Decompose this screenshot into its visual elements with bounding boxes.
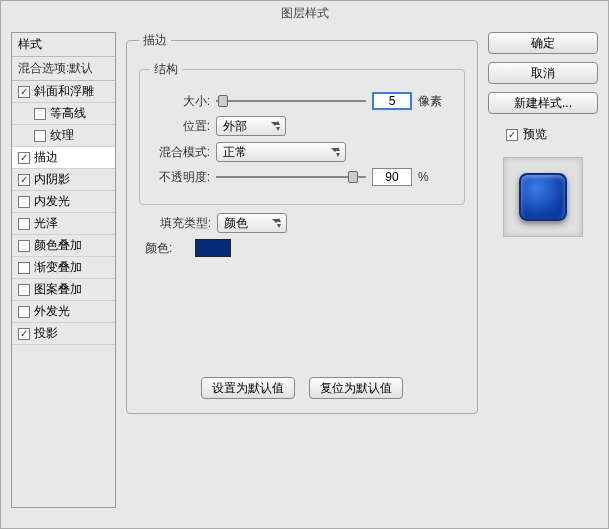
label: 斜面和浮雕 xyxy=(34,83,94,100)
checkbox-contour[interactable] xyxy=(34,108,46,120)
style-item-bevel[interactable]: 斜面和浮雕 xyxy=(12,81,115,103)
checkbox-stroke[interactable] xyxy=(18,152,30,164)
styles-panel: 样式 混合选项:默认 斜面和浮雕 等高线 纹理 描边 内阴影 xyxy=(11,32,116,508)
label: 颜色叠加 xyxy=(34,237,82,254)
color-label: 颜色: xyxy=(145,240,189,257)
color-swatch[interactable] xyxy=(195,239,231,257)
checkbox-texture[interactable] xyxy=(34,130,46,142)
structure-legend: 结构 xyxy=(150,61,182,78)
label: 内发光 xyxy=(34,193,70,210)
main-panel: 描边 结构 大小: 像素 位置: xyxy=(126,32,478,508)
opacity-unit: % xyxy=(418,170,429,184)
label: 渐变叠加 xyxy=(34,259,82,276)
position-value: 外部 xyxy=(223,118,247,135)
checkbox-pattern-overlay[interactable] xyxy=(18,284,30,296)
checkbox-satin[interactable] xyxy=(18,218,30,230)
opacity-slider[interactable] xyxy=(216,170,366,184)
label: 光泽 xyxy=(34,215,58,232)
cancel-button[interactable]: 取消 xyxy=(488,62,598,84)
styles-header: 样式 xyxy=(12,33,115,57)
checkbox-gradient-overlay[interactable] xyxy=(18,262,30,274)
blend-options-header: 混合选项:默认 xyxy=(12,57,115,81)
style-item-contour[interactable]: 等高线 xyxy=(12,103,115,125)
new-style-button[interactable]: 新建样式... xyxy=(488,92,598,114)
dialog-title: 图层样式 xyxy=(1,1,608,26)
ok-button[interactable]: 确定 xyxy=(488,32,598,54)
style-item-texture[interactable]: 纹理 xyxy=(12,125,115,147)
size-label: 大小: xyxy=(150,93,210,110)
preview-checkbox[interactable] xyxy=(506,129,518,141)
position-select[interactable]: 外部 ▴▾ xyxy=(216,116,286,136)
blend-mode-select[interactable]: 正常 ▴▾ xyxy=(216,142,346,162)
label: 图案叠加 xyxy=(34,281,82,298)
label: 外发光 xyxy=(34,303,70,320)
style-item-inner-glow[interactable]: 内发光 xyxy=(12,191,115,213)
checkbox-inner-glow[interactable] xyxy=(18,196,30,208)
label: 描边 xyxy=(34,149,58,166)
checkbox-color-overlay[interactable] xyxy=(18,240,30,252)
fill-type-select[interactable]: 颜色 ▴▾ xyxy=(217,213,287,233)
style-item-color-overlay[interactable]: 颜色叠加 xyxy=(12,235,115,257)
label: 内阴影 xyxy=(34,171,70,188)
size-input[interactable] xyxy=(372,92,412,110)
checkbox-drop-shadow[interactable] xyxy=(18,328,30,340)
right-panel: 确定 取消 新建样式... 预览 xyxy=(488,32,598,508)
style-item-inner-shadow[interactable]: 内阴影 xyxy=(12,169,115,191)
opacity-label: 不透明度: xyxy=(150,169,210,186)
style-item-drop-shadow[interactable]: 投影 xyxy=(12,323,115,345)
preview-box xyxy=(503,157,583,237)
fill-type-label: 填充类型: xyxy=(139,215,211,232)
position-label: 位置: xyxy=(150,118,210,135)
style-item-stroke[interactable]: 描边 xyxy=(12,147,115,169)
checkbox-inner-shadow[interactable] xyxy=(18,174,30,186)
checkbox-outer-glow[interactable] xyxy=(18,306,30,318)
make-default-button[interactable]: 设置为默认值 xyxy=(201,377,295,399)
style-item-gradient-overlay[interactable]: 渐变叠加 xyxy=(12,257,115,279)
fill-type-value: 颜色 xyxy=(224,215,248,232)
blend-mode-value: 正常 xyxy=(223,144,247,161)
layer-style-dialog: 图层样式 样式 混合选项:默认 斜面和浮雕 等高线 纹理 描边 xyxy=(0,0,609,529)
size-slider[interactable] xyxy=(216,94,366,108)
structure-fieldset: 结构 大小: 像素 位置: 外部 ▴▾ xyxy=(139,61,465,205)
reset-default-button[interactable]: 复位为默认值 xyxy=(309,377,403,399)
style-item-satin[interactable]: 光泽 xyxy=(12,213,115,235)
style-item-outer-glow[interactable]: 外发光 xyxy=(12,301,115,323)
label: 纹理 xyxy=(50,127,74,144)
blend-mode-label: 混合模式: xyxy=(150,144,210,161)
label: 投影 xyxy=(34,325,58,342)
label: 等高线 xyxy=(50,105,86,122)
size-unit: 像素 xyxy=(418,93,442,110)
style-item-pattern-overlay[interactable]: 图案叠加 xyxy=(12,279,115,301)
preview-thumbnail xyxy=(519,173,567,221)
stroke-legend: 描边 xyxy=(139,32,171,49)
checkbox-bevel[interactable] xyxy=(18,86,30,98)
preview-label: 预览 xyxy=(523,126,547,143)
opacity-input[interactable] xyxy=(372,168,412,186)
stroke-fieldset: 描边 结构 大小: 像素 位置: xyxy=(126,32,478,414)
